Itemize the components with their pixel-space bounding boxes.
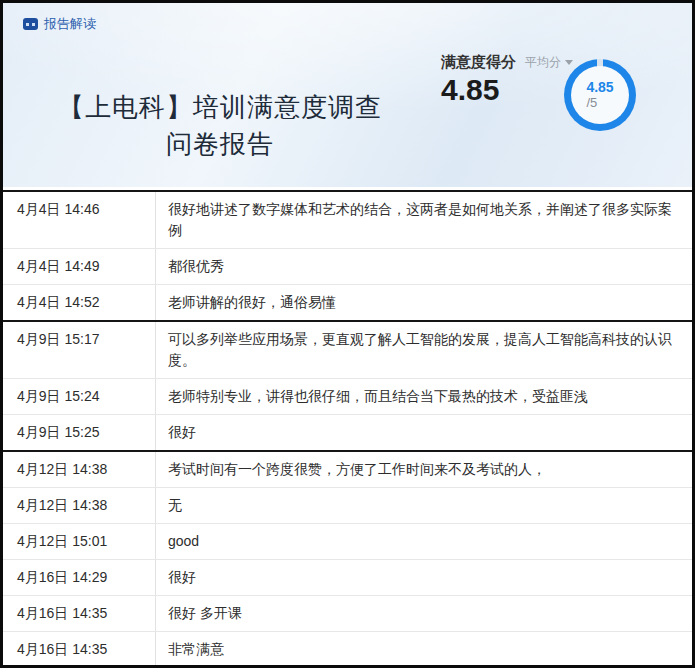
row-time: 4月16日 14:35 <box>3 596 156 631</box>
row-comment: 很好 <box>156 415 692 450</box>
caret-down-icon <box>565 60 573 65</box>
row-comment: 可以多列举些应用场景，更直观了解人工智能的发展，提高人工智能高科技的认识度。 <box>156 322 692 378</box>
report-icon <box>23 18 38 30</box>
row-comment: 老师讲解的很好，通俗易懂 <box>156 285 692 320</box>
score-section: 满意度得分 平均分 <box>441 53 573 72</box>
row-time: 4月4日 14:46 <box>3 192 156 248</box>
table-row: 4月16日 14:35 很好 多开课 <box>3 595 692 631</box>
row-time: 4月12日 14:38 <box>3 488 156 523</box>
nav-report-link[interactable]: 报告解读 <box>23 15 96 33</box>
comments-table: 4月4日 14:46 很好地讲述了数字媒体和艺术的结合，这两者是如何地关系，并阐… <box>3 190 692 665</box>
report-page: { "nav": { "label": "报告解读" }, "header": … <box>0 0 695 668</box>
row-comment: 很好 多开课 <box>156 596 692 631</box>
score-label: 满意度得分 <box>441 53 516 72</box>
gauge-max: /5 <box>586 95 597 110</box>
row-time: 4月16日 14:35 <box>3 632 156 667</box>
table-row: 4月12日 14:38 无 <box>3 487 692 523</box>
report-header: 报告解读 【上电科】培训满意度调查 问卷报告 满意度得分 平均分 4.85 4.… <box>3 3 692 187</box>
page-title: 【上电科】培训满意度调查 问卷报告 <box>3 89 437 163</box>
row-time: 4月9日 15:25 <box>3 415 156 450</box>
row-time: 4月16日 14:29 <box>3 560 156 595</box>
score-average-dropdown[interactable]: 平均分 <box>525 54 573 71</box>
row-comment: 无 <box>156 488 692 523</box>
row-comment: 很好地讲述了数字媒体和艺术的结合，这两者是如何地关系，并阐述了很多实际案例 <box>156 192 692 248</box>
row-comment: good <box>156 524 692 559</box>
table-row: 4月12日 15:01 good <box>3 523 692 559</box>
table-row: 4月4日 14:52 老师讲解的很好，通俗易懂 <box>3 284 692 320</box>
row-comment: 考试时间有一个跨度很赞，方便了工作时间来不及考试的人， <box>156 452 692 487</box>
table-row: 4月16日 14:35 非常满意 <box>3 631 692 667</box>
table-row: 4月12日 14:38 考试时间有一个跨度很赞，方便了工作时间来不及考试的人， <box>3 450 692 487</box>
row-comment: 非常满意 <box>156 632 692 667</box>
gauge-inner: 4.85 /5 <box>571 66 629 124</box>
table-row: 4月9日 15:24 老师特别专业，讲得也很仔细，而且结合当下最热的技术，受益匪… <box>3 378 692 414</box>
gauge-value: 4.85 <box>586 80 613 95</box>
title-line-2: 问卷报告 <box>3 126 437 163</box>
title-line-1: 【上电科】培训满意度调查 <box>3 89 437 126</box>
score-mode-label: 平均分 <box>525 54 561 71</box>
table-row: 4月4日 14:49 都很优秀 <box>3 248 692 284</box>
row-time: 4月9日 15:17 <box>3 322 156 378</box>
row-time: 4月4日 14:52 <box>3 285 156 320</box>
gauge-text: 4.85 /5 <box>586 80 613 110</box>
row-comment: 很好 <box>156 560 692 595</box>
row-time: 4月12日 15:01 <box>3 524 156 559</box>
satisfaction-gauge: 4.85 /5 <box>564 59 636 131</box>
table-row: 4月9日 15:17 可以多列举些应用场景，更直观了解人工智能的发展，提高人工智… <box>3 320 692 378</box>
table-row: 4月4日 14:46 很好地讲述了数字媒体和艺术的结合，这两者是如何地关系，并阐… <box>3 190 692 248</box>
table-row: 4月9日 15:25 很好 <box>3 414 692 450</box>
nav-label: 报告解读 <box>44 15 96 33</box>
score-value: 4.85 <box>441 73 499 107</box>
table-row: 4月16日 14:29 很好 <box>3 559 692 595</box>
row-comment: 都很优秀 <box>156 249 692 284</box>
row-time: 4月9日 15:24 <box>3 379 156 414</box>
row-time: 4月4日 14:49 <box>3 249 156 284</box>
row-time: 4月12日 14:38 <box>3 452 156 487</box>
row-comment: 老师特别专业，讲得也很仔细，而且结合当下最热的技术，受益匪浅 <box>156 379 692 414</box>
